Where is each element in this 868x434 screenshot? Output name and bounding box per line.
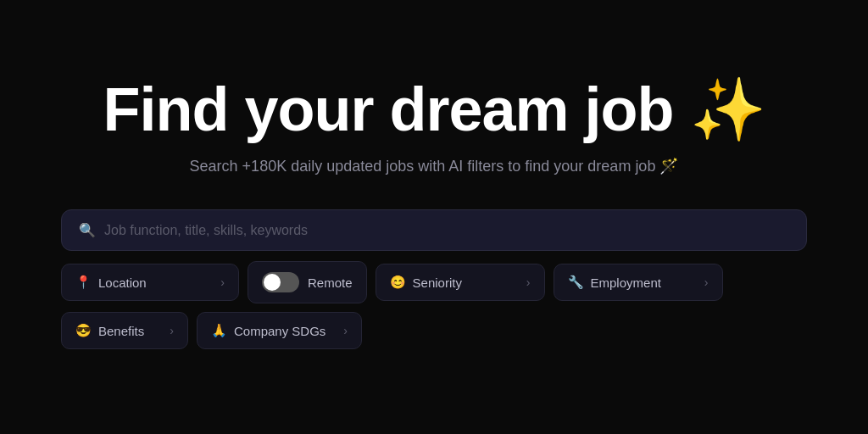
benefits-filter-label: 😎 Benefits: [75, 323, 144, 338]
page-container: Find your dream job ✨ Search +180K daily…: [27, 76, 841, 358]
filters-row-2: 😎 Benefits › 🙏 Company SDGs ›: [61, 312, 807, 349]
location-text: Location: [98, 275, 147, 290]
location-filter-button[interactable]: 📍 Location ›: [61, 264, 239, 301]
employment-emoji: 🔧: [568, 275, 584, 290]
seniority-emoji: 😊: [390, 275, 406, 290]
remote-label: Remote: [308, 275, 353, 290]
location-emoji: 📍: [75, 275, 92, 290]
search-icon: 🔍: [79, 222, 96, 238]
remote-toggle-wrap[interactable]: Remote: [248, 261, 367, 303]
seniority-filter-button[interactable]: 😊 Seniority ›: [376, 264, 545, 301]
seniority-chevron-icon: ›: [526, 275, 531, 289]
benefits-filter-button[interactable]: 😎 Benefits ›: [61, 312, 188, 349]
employment-chevron-icon: ›: [704, 275, 709, 289]
benefits-text: Benefits: [98, 324, 144, 338]
location-filter-label: 📍 Location: [75, 275, 147, 290]
hero-subtitle: Search +180K daily updated jobs with AI …: [61, 157, 807, 175]
sdgs-text: Company SDGs: [234, 324, 326, 338]
hero-title: Find your dream job ✨: [61, 76, 807, 143]
filters-row-1: 📍 Location › Remote 😊 Seniority › 🔧 Empl…: [61, 261, 807, 303]
employment-filter-label: 🔧 Employment: [568, 275, 661, 290]
employment-text: Employment: [591, 275, 661, 290]
benefits-chevron-icon: ›: [170, 324, 174, 337]
location-chevron-icon: ›: [220, 275, 225, 289]
search-bar[interactable]: 🔍 Job function, title, skills, keywords: [61, 209, 807, 251]
benefits-emoji: 😎: [75, 323, 92, 338]
company-sdgs-filter-button[interactable]: 🙏 Company SDGs ›: [197, 312, 362, 349]
employment-filter-button[interactable]: 🔧 Employment ›: [554, 264, 723, 301]
sdgs-chevron-icon: ›: [343, 324, 348, 337]
seniority-filter-label: 😊 Seniority: [390, 275, 462, 290]
search-input[interactable]: Job function, title, skills, keywords: [104, 223, 789, 238]
toggle-thumb: [264, 274, 281, 291]
remote-toggle[interactable]: [262, 272, 299, 292]
seniority-text: Seniority: [413, 275, 462, 290]
company-sdgs-filter-label: 🙏 Company SDGs: [211, 323, 326, 338]
sdgs-emoji: 🙏: [211, 323, 227, 338]
